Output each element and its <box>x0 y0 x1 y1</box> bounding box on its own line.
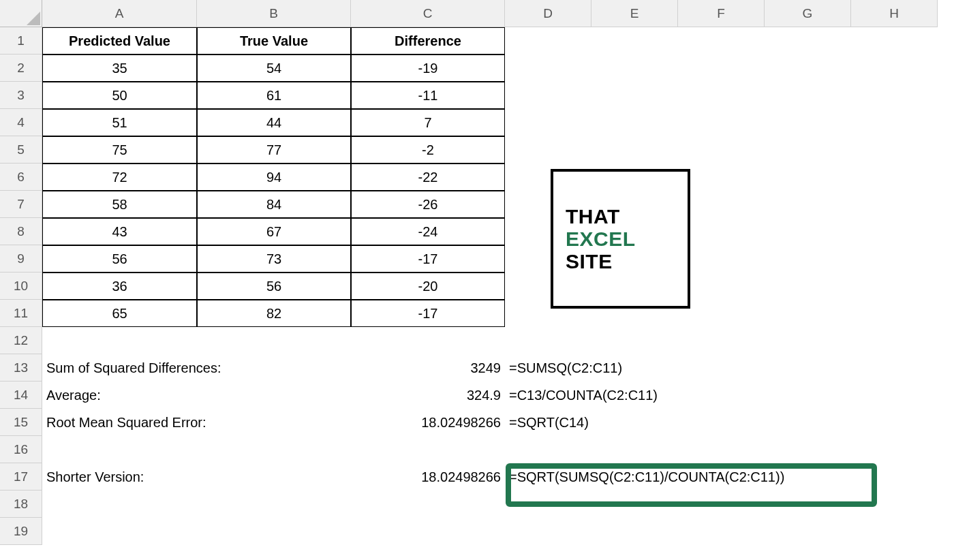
cell-G16[interactable] <box>765 436 851 463</box>
column-header-F[interactable]: F <box>678 0 765 27</box>
row-header-8[interactable]: 8 <box>0 218 42 245</box>
cell-G5[interactable] <box>765 136 851 164</box>
cell-G1[interactable] <box>765 27 851 55</box>
table-cell[interactable]: 50 <box>42 82 197 109</box>
cell-E5[interactable] <box>591 136 678 164</box>
table-cell[interactable]: 65 <box>42 300 197 327</box>
cell-D4[interactable] <box>505 109 591 136</box>
rmse-value[interactable]: 18.02498266 <box>351 409 505 436</box>
avg-label[interactable]: Average: <box>42 382 351 409</box>
table-cell[interactable]: 84 <box>197 191 351 218</box>
cell-D5[interactable] <box>505 136 591 164</box>
ssd-value[interactable]: 3249 <box>351 354 505 382</box>
cell-H5[interactable] <box>851 136 938 164</box>
cell-E16[interactable] <box>591 436 678 463</box>
cell-H8[interactable] <box>851 218 938 245</box>
table-cell[interactable]: 75 <box>42 136 197 164</box>
table-cell[interactable]: 7 <box>351 109 505 136</box>
column-header-B[interactable]: B <box>197 0 351 27</box>
row-header-11[interactable]: 11 <box>0 300 42 327</box>
cell-E2[interactable] <box>591 55 678 82</box>
cell-B19[interactable] <box>197 518 351 545</box>
column-header-D[interactable]: D <box>505 0 591 27</box>
table-cell[interactable]: 73 <box>197 245 351 273</box>
ssd-formula[interactable]: =SUMSQ(C2:C11) <box>505 354 765 382</box>
cell-G8[interactable] <box>765 218 851 245</box>
rmse-formula[interactable]: =SQRT(C14) <box>505 409 765 436</box>
cell-H18[interactable] <box>851 491 938 518</box>
cell-G18[interactable] <box>765 491 851 518</box>
cell-G10[interactable] <box>765 273 851 300</box>
column-header-E[interactable]: E <box>591 0 678 27</box>
cell-F11[interactable] <box>678 300 765 327</box>
cell-F8[interactable] <box>678 218 765 245</box>
cell-F7[interactable] <box>678 191 765 218</box>
cell-G6[interactable] <box>765 164 851 191</box>
table-header-true[interactable]: True Value <box>197 27 351 55</box>
table-cell[interactable]: 77 <box>197 136 351 164</box>
rmse-label[interactable]: Root Mean Squared Error: <box>42 409 351 436</box>
row-header-4[interactable]: 4 <box>0 109 42 136</box>
cell-F18[interactable] <box>678 491 765 518</box>
cell-D19[interactable] <box>505 518 591 545</box>
table-cell[interactable]: 51 <box>42 109 197 136</box>
table-cell[interactable]: 44 <box>197 109 351 136</box>
table-cell[interactable]: 67 <box>197 218 351 245</box>
column-header-G[interactable]: G <box>765 0 851 27</box>
table-cell[interactable]: -24 <box>351 218 505 245</box>
cell-D12[interactable] <box>505 327 591 354</box>
table-cell[interactable]: 94 <box>197 164 351 191</box>
cell-H2[interactable] <box>851 55 938 82</box>
table-cell[interactable]: -22 <box>351 164 505 191</box>
cell-G11[interactable] <box>765 300 851 327</box>
column-header-C[interactable]: C <box>351 0 505 27</box>
select-all-corner[interactable] <box>0 0 42 27</box>
row-header-16[interactable]: 16 <box>0 436 42 463</box>
cell-D16[interactable] <box>505 436 591 463</box>
cell-A12[interactable] <box>42 327 197 354</box>
cell-H16[interactable] <box>851 436 938 463</box>
cell-C18[interactable] <box>351 491 505 518</box>
avg-value[interactable]: 324.9 <box>351 382 505 409</box>
row-header-5[interactable]: 5 <box>0 136 42 164</box>
cell-H14[interactable] <box>851 382 938 409</box>
cell-H10[interactable] <box>851 273 938 300</box>
cell-C12[interactable] <box>351 327 505 354</box>
cell-H9[interactable] <box>851 245 938 273</box>
cell-B16[interactable] <box>197 436 351 463</box>
row-header-14[interactable]: 14 <box>0 382 42 409</box>
table-cell[interactable]: 58 <box>42 191 197 218</box>
table-header-difference[interactable]: Difference <box>351 27 505 55</box>
cell-E12[interactable] <box>591 327 678 354</box>
cell-B18[interactable] <box>197 491 351 518</box>
table-cell[interactable]: 82 <box>197 300 351 327</box>
table-cell[interactable]: 36 <box>42 273 197 300</box>
cell-D2[interactable] <box>505 55 591 82</box>
avg-formula[interactable]: =C13/COUNTA(C2:C11) <box>505 382 765 409</box>
row-header-19[interactable]: 19 <box>0 518 42 545</box>
cell-C16[interactable] <box>351 436 505 463</box>
cell-G3[interactable] <box>765 82 851 109</box>
cell-E3[interactable] <box>591 82 678 109</box>
table-cell[interactable]: 35 <box>42 55 197 82</box>
cell-F1[interactable] <box>678 27 765 55</box>
table-cell[interactable]: 72 <box>42 164 197 191</box>
cell-F16[interactable] <box>678 436 765 463</box>
row-header-12[interactable]: 12 <box>0 327 42 354</box>
column-header-H[interactable]: H <box>851 0 938 27</box>
cell-G2[interactable] <box>765 55 851 82</box>
cell-H4[interactable] <box>851 109 938 136</box>
cell-G9[interactable] <box>765 245 851 273</box>
cell-H3[interactable] <box>851 82 938 109</box>
short-formula[interactable]: =SQRT(SUMSQ(C2:C11)/COUNTA(C2:C11)) <box>505 463 938 491</box>
table-cell[interactable]: -26 <box>351 191 505 218</box>
cell-E19[interactable] <box>591 518 678 545</box>
table-cell[interactable]: -17 <box>351 245 505 273</box>
row-header-7[interactable]: 7 <box>0 191 42 218</box>
cell-D1[interactable] <box>505 27 591 55</box>
cell-D3[interactable] <box>505 82 591 109</box>
row-header-13[interactable]: 13 <box>0 354 42 382</box>
table-cell[interactable]: -19 <box>351 55 505 82</box>
cell-A18[interactable] <box>42 491 197 518</box>
short-value[interactable]: 18.02498266 <box>351 463 505 491</box>
